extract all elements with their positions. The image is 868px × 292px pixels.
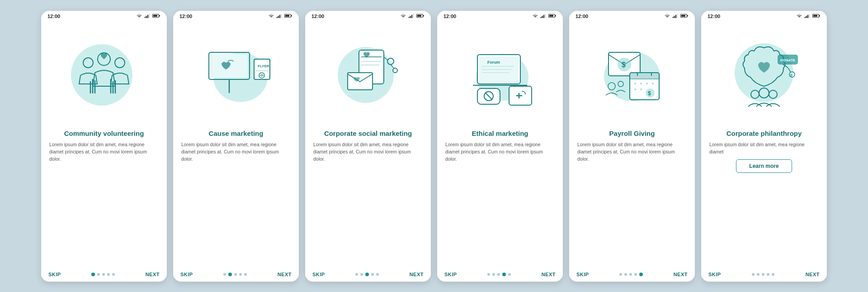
screen-title: Ethical marketing [445,129,555,138]
svg-rect-28 [411,15,412,18]
wifi-icon [532,14,538,19]
dot-2 [629,273,632,276]
skip-button[interactable]: SKIP [48,272,61,277]
screen-body: Lorem ipsum dolor sit dim amet, mea regi… [709,141,819,156]
screen-body: Lorem ipsum dolor sit dim amet, mea regi… [577,141,687,162]
illustration-area [41,21,167,125]
status-icons [532,14,557,19]
dot-3 [767,273,769,276]
wifi-icon [136,14,142,19]
nav-dots [355,273,379,276]
signal-icon [540,14,547,19]
phone-screen-2: 12:00 [173,11,299,282]
status-icons [796,14,821,19]
next-button[interactable]: NEXT [278,272,292,277]
next-button[interactable]: NEXT [542,272,556,277]
svg-rect-1 [146,16,147,18]
dot-2 [762,273,764,276]
dot-0 [487,273,490,276]
screen-title: Cause marketing [181,129,291,138]
dot-4 [772,273,774,276]
svg-rect-32 [423,15,424,16]
skip-button[interactable]: SKIP [708,272,721,277]
dot-3 [239,273,242,276]
skip-button[interactable]: SKIP [444,272,457,277]
svg-rect-3 [149,14,150,18]
status-icons [136,14,160,19]
svg-rect-12 [278,16,279,18]
dot-1 [492,273,495,276]
nav-dots [91,273,115,276]
dot-2 [365,273,369,276]
learn-more-button[interactable]: Learn more [736,159,792,173]
svg-point-40 [393,68,397,73]
svg-rect-89 [806,16,807,18]
status-time: 12:00 [708,14,720,19]
next-button[interactable]: NEXT [674,272,688,277]
bottom-nav: SKIP NEXT [437,269,563,282]
dot-2 [497,273,500,276]
content-area: Corporate social marketing Lorem ipsum d… [305,125,431,269]
content-area: Corporate philanthropy Lorem ipsum dolor… [701,125,827,269]
screen-body: Lorem ipsum dolor sit dim amet, mea regi… [445,141,555,162]
svg-rect-27 [410,16,411,18]
phone-screen-1: 12:00 [41,11,167,282]
svg-rect-11 [277,17,278,18]
battery-icon [152,14,160,19]
svg-rect-88 [805,17,806,18]
nav-dots [487,273,511,276]
svg-rect-29 [413,14,414,18]
dot-0 [355,273,358,276]
svg-rect-26 [409,17,410,18]
svg-point-80 [646,83,648,84]
illustration-area: Forum [437,21,563,125]
phone-screen-5: 12:00 [569,11,695,282]
status-icons [400,14,425,19]
skip-button[interactable]: SKIP [180,272,193,277]
status-time: 12:00 [576,14,588,19]
svg-text:DONATE: DONATE [780,58,796,62]
screen-title: Corporate philanthropy [709,129,819,138]
dot-2 [102,273,105,276]
svg-rect-0 [145,17,146,18]
screen-body: Lorem ipsum dolor sit dim amet, mea regi… [313,141,423,162]
screen-title: Payroll Giving [577,129,687,138]
screen-title: Community volunteering [49,129,159,138]
svg-rect-44 [542,16,543,18]
svg-text:Forum: Forum [487,60,500,65]
status-icons [664,14,689,19]
svg-rect-43 [541,17,542,18]
next-button[interactable]: NEXT [806,272,820,277]
dot-1 [228,273,232,276]
screen-body: Lorem ipsum dolor sit dim amet, mea regi… [181,141,291,162]
svg-rect-63 [674,16,675,18]
dot-4 [112,273,115,276]
phone-screen-4: 12:00 [437,11,563,282]
skip-button[interactable]: SKIP [576,272,589,277]
illustration-area: $ $ [569,21,695,125]
bottom-nav: SKIP NEXT [41,269,167,282]
svg-rect-13 [279,15,280,18]
dot-4 [508,273,511,276]
status-bar: 12:00 [701,11,827,21]
dot-4 [376,273,379,276]
screen-body: Lorem ipsum dolor sit dim amet, mea regi… [49,141,159,162]
next-button[interactable]: NEXT [410,272,424,277]
status-time: 12:00 [179,14,192,19]
battery-icon [284,14,292,19]
signal-icon [672,14,679,19]
illustration-area: FLYER [173,21,299,125]
dot-0 [91,273,95,276]
bottom-nav: SKIP NEXT [701,269,827,282]
svg-rect-48 [549,15,553,17]
svg-text:$: $ [790,73,793,77]
phone-screen-3: 12:00 [305,11,431,282]
dot-1 [624,273,627,276]
status-bar: 12:00 [569,11,695,21]
svg-rect-16 [285,15,289,17]
dot-3 [634,273,637,276]
status-time: 12:00 [443,14,456,19]
dot-1 [360,273,363,276]
next-button[interactable]: NEXT [146,272,160,277]
skip-button[interactable]: SKIP [312,272,325,277]
